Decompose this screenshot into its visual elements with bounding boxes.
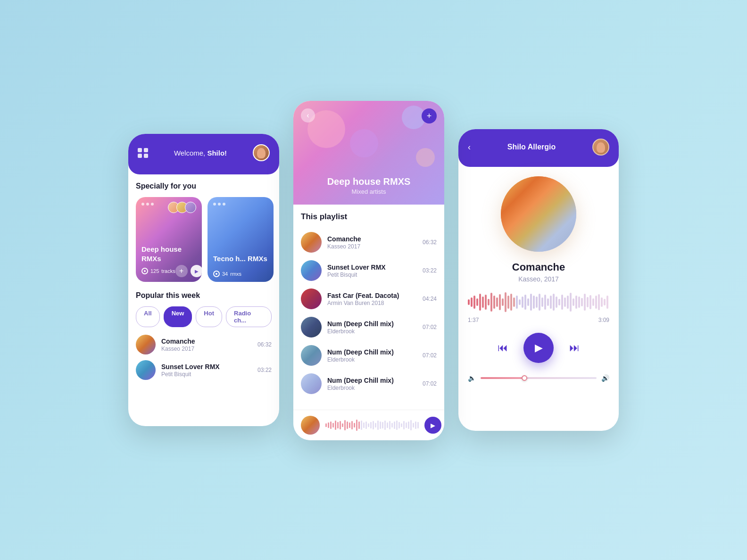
mini-play-button[interactable]: ▶: [424, 417, 441, 434]
playlist-track-info-1: Comanche Kasseo 2017: [327, 235, 417, 250]
playlist-header: This playlist: [293, 212, 444, 222]
track-duration-1: 06:32: [257, 341, 272, 348]
volume-low-icon: 🔈: [468, 374, 476, 382]
list-item[interactable]: Num (Deep Chill mix) Elderbrook 07:02: [293, 313, 444, 341]
user-name-header: Shilo Allergio: [507, 143, 556, 151]
track-artist-1: Kasseo 2017: [161, 346, 252, 352]
table-row[interactable]: Comanche Kasseo 2017 06:32: [136, 335, 272, 354]
song-artist: Kasseo, 2017: [518, 275, 559, 283]
table-row[interactable]: Sunset Lover RMX Petit Bisquit 03:22: [136, 360, 272, 380]
playlist-thumb-1: [301, 232, 322, 253]
playlist-track-info-6: Num (Deep Chill mix) Elderbrook: [327, 377, 417, 391]
phone-2: ‹ + Deep house RMXS Mixed artists This p…: [293, 101, 444, 440]
grid-icon[interactable]: [138, 148, 148, 158]
cover-playlist-name: Deep house RMXS: [293, 176, 444, 187]
cover-back-button[interactable]: ‹: [301, 108, 315, 123]
filter-tab-all[interactable]: All: [136, 306, 160, 327]
waveform-mini: [325, 418, 419, 432]
card-dots: [141, 203, 154, 206]
play-button-card1[interactable]: ▶: [191, 265, 202, 277]
phone-1: Welcome, Shilo! Specially for you: [128, 134, 279, 426]
track-info-1: Comanche Kasseo 2017: [161, 338, 252, 352]
skip-forward-button[interactable]: ⏭: [565, 338, 584, 357]
list-item[interactable]: Comanche Kasseo 2017 06:32: [293, 228, 444, 256]
controls-row: ⏮ ▶ ⏭: [493, 333, 584, 363]
section-popular-this-week: Popular this week: [136, 291, 272, 300]
cover-add-button[interactable]: +: [422, 108, 437, 124]
play-button[interactable]: ▶: [523, 333, 554, 363]
track-info-2: Sunset Lover RMX Petit Bisquit: [161, 363, 252, 378]
card-footer-1: 125 tracks + ▶: [141, 265, 196, 277]
track-thumb-2: [136, 360, 156, 380]
volume-thumb: [522, 375, 527, 381]
track-artist-2: Petit Bisquit: [161, 371, 252, 378]
card-avatar-3: [185, 202, 196, 213]
add-button-card1[interactable]: +: [175, 265, 188, 277]
track-thumb-1: [136, 335, 156, 354]
mini-player-thumb: [301, 416, 320, 435]
track-duration-2: 03:22: [257, 367, 272, 373]
playlist-thumb-6: [301, 373, 322, 394]
play-ring-icon: [141, 268, 148, 274]
playlist-card-tecno[interactable]: Tecno h... RMXs 34 rmxs: [208, 197, 274, 282]
time-row: 1:37 3:09: [468, 317, 609, 323]
phone3-header: ‹ Shilo Allergio: [458, 129, 619, 167]
track-list-phone1: Comanche Kasseo 2017 06:32 Sunset Lover …: [136, 335, 272, 380]
list-item[interactable]: Sunset Lover RMX Petit Bisquit 03:22: [293, 256, 444, 285]
time-current: 1:37: [468, 317, 479, 323]
playlist-card-deep-house[interactable]: Deep house RMXs 125 tracks + ▶: [136, 197, 202, 282]
phone2-cover: ‹ + Deep house RMXS Mixed artists: [293, 101, 444, 205]
mini-player: ▶ ⏭: [293, 410, 444, 440]
card-tracks-1: 125 tracks: [141, 268, 175, 274]
track-name-1: Comanche: [161, 338, 252, 345]
skip-back-button[interactable]: ⏮: [493, 338, 512, 357]
filter-tab-radio[interactable]: Radio ch...: [226, 306, 272, 327]
time-total: 3:09: [598, 317, 609, 323]
cover-subtitle: Mixed artists: [293, 188, 444, 195]
playlist-track-info-3: Fast Car (Feat. Dacota) Armin Van Buren …: [327, 292, 417, 306]
playlist-track-info-2: Sunset Lover RMX Petit Bisquit: [327, 264, 417, 278]
back-button[interactable]: ‹: [468, 142, 471, 152]
playlist-track-info-4: Num (Deep Chill mix) Elderbrook: [327, 320, 417, 335]
playlist-track-info-5: Num (Deep Chill mix) Elderbrook: [327, 348, 417, 363]
card-footer-2: 34 rmxs: [213, 271, 268, 277]
volume-high-icon: 🔊: [601, 374, 609, 382]
play-ring-icon-2: [213, 271, 220, 277]
phone2-body: This playlist Comanche Kasseo 2017 06:32…: [293, 205, 444, 405]
playlist-thumb-4: [301, 317, 322, 338]
list-item[interactable]: Num (Deep Chill mix) Elderbrook 07:02: [293, 370, 444, 398]
cover-bubble-4: [416, 148, 435, 167]
phone1-body: Specially for you Deep house RMXs: [128, 174, 279, 415]
filter-tab-new[interactable]: New: [164, 306, 192, 327]
section-specially-for-you: Specially for you: [136, 182, 272, 190]
avatar-3[interactable]: [592, 139, 609, 156]
card-title-1: Deep house RMXs: [141, 245, 202, 263]
volume-row: 🔈 🔊: [468, 374, 609, 382]
track-name-2: Sunset Lover RMX: [161, 363, 252, 371]
card-title-2: Tecno h... RMXs: [213, 254, 267, 264]
filter-tabs: All New Hot Radio ch...: [136, 306, 272, 327]
welcome-text: Welcome, Shilo!: [174, 149, 227, 157]
screens-container: Welcome, Shilo! Specially for you: [100, 91, 647, 469]
phone-3: ‹ Shilo Allergio Comanche Kasseo, 2017 1…: [458, 129, 619, 431]
song-title: Comanche: [512, 261, 565, 273]
list-item[interactable]: Num (Deep Chill mix) Elderbrook 07:02: [293, 341, 444, 370]
card-dots-2: [213, 203, 225, 206]
cover-bubble-2: [350, 129, 378, 157]
playlist-cards: Deep house RMXs 125 tracks + ▶: [136, 197, 272, 282]
playlist-thumb-3: [301, 288, 322, 309]
phone1-header: Welcome, Shilo!: [128, 134, 279, 174]
playlist-thumb-5: [301, 345, 322, 366]
filter-tab-hot[interactable]: Hot: [196, 306, 222, 327]
card-avatars: [171, 202, 196, 213]
playlist-thumb-2: [301, 260, 322, 281]
album-art: [501, 176, 576, 252]
volume-slider[interactable]: [481, 377, 597, 379]
card-tracks-2: 34 rmxs: [213, 271, 241, 277]
waveform-full: [468, 290, 609, 314]
cover-title-area: Deep house RMXS Mixed artists: [293, 176, 444, 195]
avatar[interactable]: [253, 144, 270, 161]
list-item[interactable]: Fast Car (Feat. Dacota) Armin Van Buren …: [293, 285, 444, 313]
phone3-body: Comanche Kasseo, 2017 1:37 3:09 ⏮ ▶ ⏭ 🔈 …: [458, 167, 619, 391]
